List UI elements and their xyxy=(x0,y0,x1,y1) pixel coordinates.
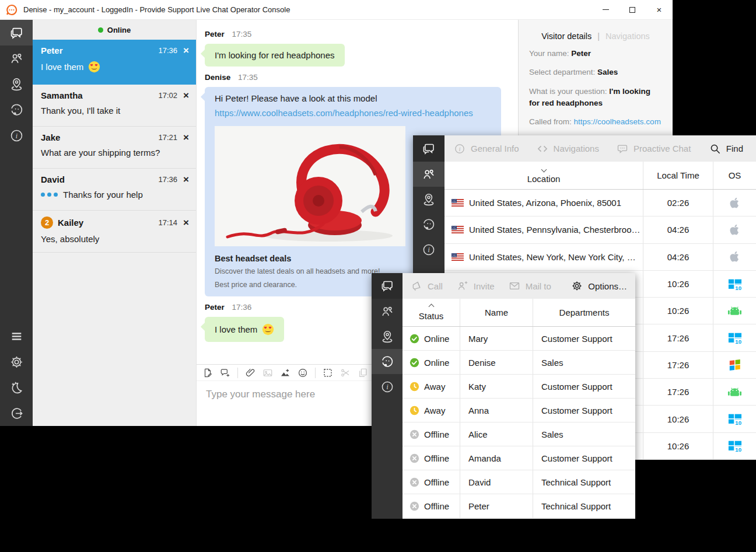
column-header-status[interactable]: Status xyxy=(402,299,460,326)
sidebar-item-operators[interactable] xyxy=(413,212,444,237)
sidebar-item-chats[interactable] xyxy=(0,20,33,46)
operator-headset-icon xyxy=(380,355,394,369)
windows10-os-icon xyxy=(728,277,742,291)
call-button[interactable]: Call xyxy=(411,280,443,292)
operator-name: Mary xyxy=(468,334,488,344)
operator-row[interactable]: Offline Alice Sales xyxy=(402,422,635,446)
tab-navigations[interactable]: Navigations xyxy=(606,32,650,41)
sidebar-item-settings[interactable] xyxy=(0,349,33,375)
emoji-icon[interactable] xyxy=(298,368,308,378)
sidebar-item-geo-map[interactable] xyxy=(0,71,33,97)
sidebar-item-info[interactable] xyxy=(372,374,402,399)
column-header-os[interactable]: OS xyxy=(713,162,756,189)
message-text: I love them xyxy=(215,324,257,334)
canned-response-icon[interactable] xyxy=(202,368,213,378)
chat-list-item-kailey[interactable]: 2 Kailey 17:14 × Yes, absolutely xyxy=(33,211,196,253)
maximize-button[interactable] xyxy=(619,0,646,20)
visitor-row[interactable]: United States, Arizona, Phoenix, 85001 0… xyxy=(444,190,756,216)
operator-headset-icon xyxy=(422,218,436,232)
sidebar-item-logout[interactable] xyxy=(0,400,33,426)
operator-row[interactable]: Online Mary Customer Support xyxy=(402,327,635,351)
visitor-local-time: 17:26 xyxy=(667,333,690,343)
minimize-button[interactable] xyxy=(592,0,619,20)
sidebar-item-visitors[interactable] xyxy=(413,162,444,187)
tab-navigations[interactable]: Navigations xyxy=(537,143,599,155)
code-brackets-icon xyxy=(537,143,548,155)
find-button[interactable]: Find xyxy=(709,143,743,155)
chat-name: Kailey xyxy=(58,218,83,228)
operator-row[interactable]: Offline David Technical Support xyxy=(402,470,635,494)
tab-visitor-details[interactable]: Visitor details xyxy=(541,32,592,41)
sidebar-item-dark-mode[interactable] xyxy=(0,375,33,400)
offline-x-icon xyxy=(410,477,419,487)
sidebar-item-chats[interactable] xyxy=(372,273,402,299)
sidebar-item-info[interactable] xyxy=(0,123,33,148)
windows10-os-icon xyxy=(728,439,742,453)
chat-icon xyxy=(380,279,394,293)
tab-proactive-chat[interactable]: Proactive Chat xyxy=(617,143,691,155)
options-button[interactable]: Options… xyxy=(571,280,627,292)
field-label: Your name: xyxy=(529,49,569,58)
operator-presence[interactable]: Online xyxy=(33,20,196,40)
android-os-icon xyxy=(727,306,742,316)
close-chat-icon[interactable]: × xyxy=(183,90,189,100)
product-link[interactable]: https://www.coolheadsets.com/headphones/… xyxy=(215,108,491,118)
operator-row[interactable]: Away Anna Customer Support xyxy=(402,399,635,422)
close-chat-icon[interactable]: × xyxy=(183,174,189,184)
screenshot-select-icon[interactable] xyxy=(323,368,333,378)
sidebar-item-info[interactable] xyxy=(413,237,444,262)
chat-list-item-samantha[interactable]: Samantha 17:02 × Thank you, I'll take it xyxy=(33,85,196,127)
operator-row[interactable]: Away Katy Customer Support xyxy=(402,375,635,399)
sidebar-item-chats[interactable] xyxy=(413,135,444,162)
location-pin-icon xyxy=(380,330,394,344)
insert-image-icon[interactable] xyxy=(280,368,290,378)
close-chat-icon[interactable]: × xyxy=(183,218,189,228)
cut-icon[interactable] xyxy=(340,368,351,378)
invite-label: Invite xyxy=(474,281,495,291)
column-header-location[interactable]: Location xyxy=(444,162,643,189)
column-header-departments[interactable]: Departments xyxy=(533,299,635,326)
column-header-local-time[interactable]: Local Time xyxy=(643,162,713,189)
visitor-location: United States, Arizona, Phoenix, 85001 xyxy=(469,198,621,208)
visitor-row[interactable]: United States, Pennsylvania, Chesterbroo… xyxy=(444,216,756,243)
offline-x-icon xyxy=(410,453,419,463)
operator-row[interactable]: Offline Amanda Customer Support xyxy=(402,446,635,470)
mail-to-button[interactable]: Mail to xyxy=(509,280,551,292)
close-button[interactable]: × xyxy=(646,0,673,20)
visitor-field-department: Select department: Sales xyxy=(529,67,662,78)
operators-window-sidebar xyxy=(372,273,402,519)
titlebar: Denise - my_account - LoggedIn - Provide… xyxy=(0,0,673,20)
invite-button[interactable]: Invite xyxy=(457,280,495,292)
visitor-location: United States, New York, New York City, … xyxy=(469,252,636,262)
operator-row[interactable]: Offline Peter Technical Support xyxy=(402,494,635,518)
chat-last-message: I love them xyxy=(41,62,83,72)
sidebar-item-menu[interactable] xyxy=(0,323,33,349)
operator-status: Online xyxy=(424,358,449,368)
close-chat-icon[interactable]: × xyxy=(183,132,189,142)
chat-list-item-david[interactable]: David 17:36 × Thanks for your help xyxy=(33,169,196,211)
close-chat-icon[interactable]: × xyxy=(183,46,189,55)
visitor-local-time: 10:26 xyxy=(667,441,690,451)
called-from-link[interactable]: https://coolheadsets.com xyxy=(574,117,661,126)
operator-name: Alice xyxy=(468,429,488,439)
copy-icon[interactable] xyxy=(358,368,368,378)
chat-list: Online Peter 17:36 × I love them S xyxy=(33,20,196,426)
attach-file-icon[interactable] xyxy=(245,368,256,378)
send-image-icon[interactable] xyxy=(262,368,273,378)
operator-row[interactable]: Online Denise Sales xyxy=(402,351,635,375)
visitor-row[interactable]: United States, New York, New York City, … xyxy=(444,244,756,271)
chat-list-item-jake[interactable]: Jake 17:21 × What are your shipping term… xyxy=(33,127,196,169)
add-canned-response-icon[interactable] xyxy=(220,368,230,378)
tab-general-info[interactable]: General Info xyxy=(454,143,519,155)
sidebar-item-geo-map[interactable] xyxy=(372,324,402,349)
sidebar-item-visitors[interactable] xyxy=(0,46,33,71)
us-flag-icon xyxy=(452,226,464,233)
sidebar-item-operators[interactable] xyxy=(372,349,402,374)
apple-os-icon xyxy=(729,250,741,263)
sidebar-item-visitors[interactable] xyxy=(372,299,402,324)
sidebar-item-geo-map[interactable] xyxy=(413,187,444,212)
sidebar-item-operators[interactable] xyxy=(0,97,33,123)
field-label: Called from: xyxy=(529,117,572,126)
column-header-name[interactable]: Name xyxy=(460,299,533,326)
chat-list-item-peter[interactable]: Peter 17:36 × I love them xyxy=(33,40,196,85)
